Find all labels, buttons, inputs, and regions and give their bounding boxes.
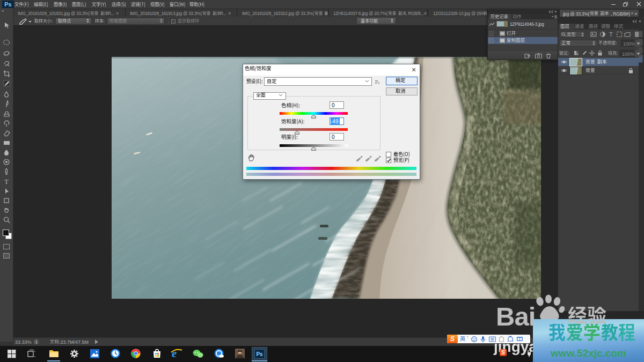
svg-text:T: T [609,31,613,38]
svg-text:T: T [4,178,9,186]
